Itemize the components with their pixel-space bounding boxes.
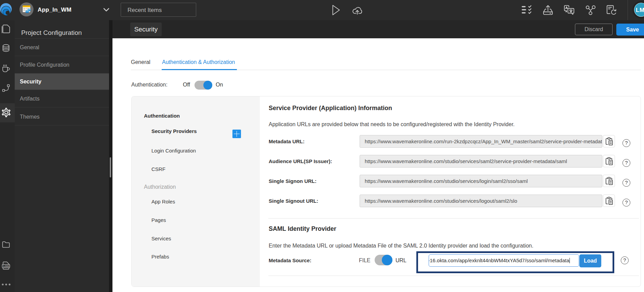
svg-text:LOG: LOG bbox=[3, 265, 9, 268]
